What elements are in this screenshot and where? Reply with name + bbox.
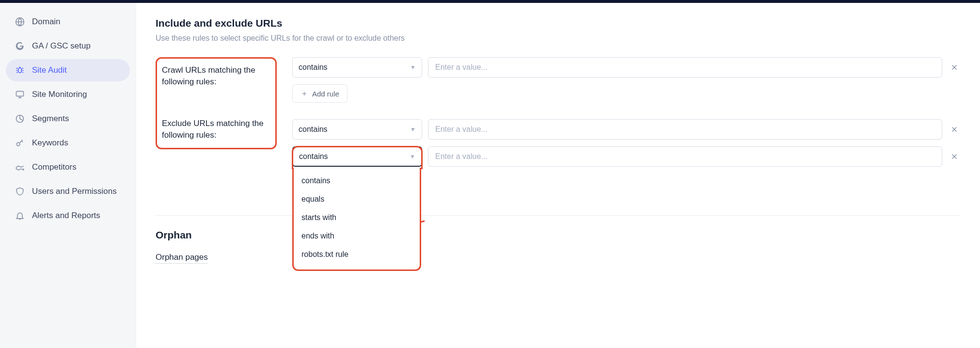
- rule-value-input[interactable]: [428, 57, 942, 78]
- caret-down-icon: ▼: [410, 64, 416, 71]
- exclude-rule-row: contains ▼: [292, 119, 961, 140]
- sidebar-item-label: GA / GSC setup: [32, 41, 91, 51]
- rule-labels-highlight: Crawl URLs matching the following rules:…: [156, 57, 277, 149]
- plus-icon: ＋: [300, 89, 308, 99]
- orphan-pages-label[interactable]: Orphan pages: [156, 253, 208, 264]
- sidebar-item-users[interactable]: Users and Permissions: [6, 180, 130, 203]
- sidebar-item-site-monitoring[interactable]: Site Monitoring: [6, 83, 130, 106]
- svg-rect-1: [16, 91, 24, 96]
- section-title: Include and exclude URLs: [156, 17, 961, 29]
- globe-icon: [15, 16, 25, 27]
- orphan-title: Orphan: [156, 229, 961, 241]
- sidebar-item-alerts[interactable]: Alerts and Reports: [6, 205, 130, 227]
- sidebar: Domain GA / GSC setup Site Audit Site Mo…: [0, 3, 136, 348]
- sidebar-item-label: Domain: [32, 17, 61, 27]
- sidebar-item-label: Keywords: [32, 138, 68, 148]
- operator-value: contains: [299, 63, 328, 72]
- operator-value: contains: [299, 125, 328, 134]
- dropdown-option-contains[interactable]: contains: [294, 172, 420, 190]
- main-content: Include and exclude URLs Use these rules…: [136, 3, 980, 348]
- remove-rule-button[interactable]: [948, 123, 961, 136]
- monitor-icon: [15, 89, 25, 100]
- sidebar-item-keywords[interactable]: Keywords: [6, 132, 130, 154]
- bell-icon: [15, 210, 25, 221]
- caret-down-icon: ▼: [410, 153, 415, 160]
- sidebar-item-competitors[interactable]: Competitors: [6, 156, 130, 178]
- dropdown-option-equals[interactable]: equals: [294, 190, 420, 208]
- caret-down-icon: ▼: [410, 126, 416, 133]
- sidebar-item-domain[interactable]: Domain: [6, 11, 130, 33]
- rule-value-input[interactable]: [428, 146, 942, 167]
- exclude-rule-row: contains ▼ contains equals starts with e…: [292, 146, 961, 167]
- sidebar-item-segments[interactable]: Segments: [6, 108, 130, 130]
- operator-dropdown: contains equals starts with ends with ro…: [292, 168, 421, 271]
- dropdown-option-startswith[interactable]: starts with: [294, 208, 420, 227]
- operator-select[interactable]: contains ▼: [292, 57, 422, 78]
- exclude-rules-label: Exclude URLs matching the following rule…: [162, 118, 270, 141]
- add-rule-button[interactable]: ＋ Add rule: [292, 84, 348, 103]
- svg-point-3: [16, 142, 20, 146]
- competitors-icon: [15, 162, 25, 173]
- sidebar-item-label: Site Monitoring: [32, 90, 87, 99]
- sidebar-item-label: Users and Permissions: [32, 187, 117, 196]
- remove-rule-button[interactable]: [948, 61, 961, 74]
- add-rule-label: Add rule: [312, 90, 339, 98]
- sidebar-item-gagsc[interactable]: GA / GSC setup: [6, 35, 130, 57]
- crawl-rules-label: Crawl URLs matching the following rules:: [162, 64, 270, 88]
- sidebar-item-label: Segments: [32, 114, 69, 124]
- dropdown-option-endswith[interactable]: ends with: [294, 227, 420, 245]
- shield-icon: [15, 186, 25, 197]
- pie-icon: [15, 113, 25, 124]
- sidebar-item-label: Alerts and Reports: [32, 211, 100, 221]
- rule-controls: contains ▼ ＋ Add rule c: [292, 57, 961, 167]
- operator-select[interactable]: contains ▼: [292, 146, 422, 167]
- sidebar-item-label: Site Audit: [32, 65, 67, 75]
- key-icon: [15, 138, 25, 148]
- section-desc: Use these rules to select specific URLs …: [156, 34, 961, 43]
- sidebar-item-label: Competitors: [32, 162, 77, 172]
- crawl-rule-row: contains ▼: [292, 57, 961, 78]
- dropdown-option-robotstxt[interactable]: robots.txt rule: [294, 245, 420, 264]
- sidebar-item-site-audit[interactable]: Site Audit: [6, 59, 130, 81]
- section-divider: [156, 215, 961, 216]
- operator-value: contains: [299, 152, 328, 161]
- rule-value-input[interactable]: [428, 119, 942, 140]
- operator-select[interactable]: contains ▼: [292, 119, 422, 140]
- remove-rule-button[interactable]: [948, 150, 961, 163]
- bug-icon: [15, 65, 25, 76]
- google-icon: [15, 41, 25, 51]
